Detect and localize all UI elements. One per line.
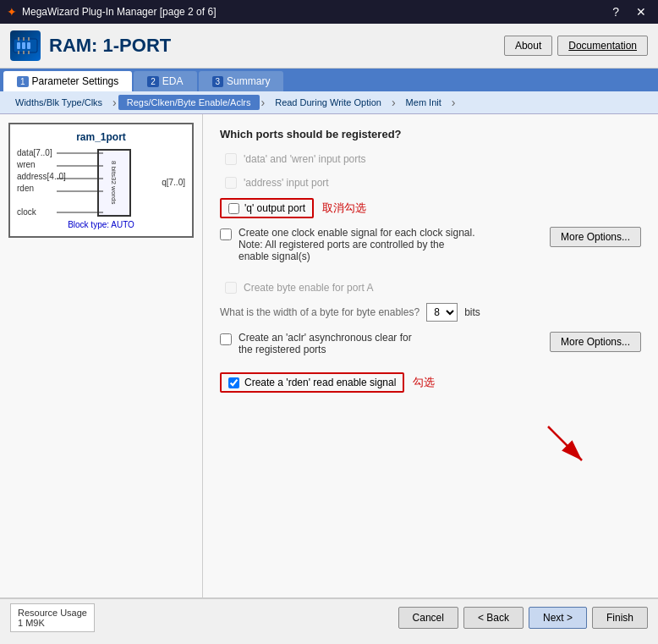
byte-width-row: What is the width of a byte for byte ena… <box>220 303 641 322</box>
annotation-cancel-text: 取消勾选 <box>322 201 366 216</box>
q-output-highlighted-box: 'q' output port <box>220 198 314 218</box>
checkbox-label-aclr: Create an 'aclr' asynchronous clear for … <box>239 332 412 355</box>
checkbox-row-aclr: Create an 'aclr' asynchronous clear for … <box>220 332 412 355</box>
diagram-center: 8 bits 32 words <box>97 149 131 217</box>
svg-rect-7 <box>18 51 19 54</box>
tab-label-1: Parameter Settings <box>32 75 119 87</box>
byte-width-select[interactable]: 8 <box>426 303 458 322</box>
port-q: q[7..0] <box>162 178 185 187</box>
checkbox-label-clk-enable: Create one clock enable signal for each … <box>239 227 475 262</box>
next-button[interactable]: Next > <box>529 607 587 629</box>
checkbox-q-output[interactable] <box>228 203 239 214</box>
nav-sep-2: › <box>260 96 267 109</box>
checkbox-data-wren[interactable] <box>225 153 237 165</box>
checkbox-label-rden: Create a 'rden' read enable signal <box>244 377 396 388</box>
bottom-bar: Resource Usage 1 M9K Cancel < Back Next … <box>0 597 658 636</box>
nav-sep-4: › <box>450 96 458 109</box>
tab-number-2: 2 <box>147 76 159 87</box>
tab-number-3: 3 <box>212 76 224 87</box>
red-arrow-icon <box>540 418 590 469</box>
tabs-bar: 1 Parameter Settings 2 EDA 3 Summary <box>0 69 658 91</box>
header-title-group: RAM: 1-PORT <box>10 30 171 61</box>
bits-label: bits <box>464 306 480 318</box>
documentation-button[interactable]: Documentation <box>557 36 648 56</box>
header-buttons: About Documentation <box>504 36 648 56</box>
diagram-body: data[7..0] wren address[4..0] rden clock <box>17 148 185 217</box>
svg-rect-3 <box>27 42 30 49</box>
checkbox-row-address: 'address' input port <box>220 174 641 191</box>
clock-enable-row: Create one clock enable signal for each … <box>220 227 641 269</box>
checkbox-aclr[interactable] <box>220 333 232 345</box>
section-title: Which ports should be registered? <box>220 128 641 140</box>
nav-widths[interactable]: Widths/Blk Type/Clks <box>7 95 111 110</box>
checkbox-row-data-wren: 'data' and 'wren' input ports <box>220 151 641 168</box>
tab-eda[interactable]: 2 EDA <box>134 71 196 91</box>
checkbox-label-address: 'address' input port <box>244 177 329 189</box>
more-options-button-1[interactable]: More Options... <box>550 227 641 247</box>
nav-regs[interactable]: Regs/Clken/Byte Enable/Aclrs <box>118 95 260 110</box>
window-title: MegaWizard Plug-In Manager [page 2 of 6] <box>22 6 216 18</box>
finish-button[interactable]: Finish <box>592 607 648 629</box>
main-content: ram_1port data[7..0] wren address[4..0] … <box>0 114 658 597</box>
arrow-annotation <box>220 418 641 469</box>
rden-highlighted-box: Create a 'rden' read enable signal <box>220 372 404 393</box>
ram-icon <box>10 30 41 61</box>
checkbox-row-byte-enable: Create byte enable for port A <box>220 279 641 296</box>
nav-mem-init[interactable]: Mem Init <box>398 95 450 110</box>
annotation-check-text: 勾选 <box>413 375 435 390</box>
page-title: RAM: 1-PORT <box>49 35 171 57</box>
resource-usage-line2: 1 M9K <box>18 618 87 628</box>
nav-read-during-write[interactable]: Read During Write Option <box>266 95 390 110</box>
svg-line-16 <box>548 427 582 460</box>
aclr-text-block: Create an 'aclr' asynchronous clear for … <box>220 332 412 362</box>
bottom-buttons: Cancel < Back Next > Finish <box>398 607 648 629</box>
checkbox-rden[interactable] <box>228 377 239 388</box>
app-icon: ✦ <box>7 5 17 19</box>
title-bar: ✦ MegaWizard Plug-In Manager [page 2 of … <box>0 0 658 24</box>
close-button[interactable]: ✕ <box>631 3 651 20</box>
aclr-row: Create an 'aclr' asynchronous clear for … <box>220 332 641 362</box>
right-panel: Which ports should be registered? 'data'… <box>203 114 658 597</box>
checkbox-label-byte-enable: Create byte enable for port A <box>244 282 373 294</box>
tab-label-2: EDA <box>162 75 184 87</box>
checkbox-row-clk-enable: Create one clock enable signal for each … <box>220 227 540 262</box>
svg-rect-2 <box>22 42 25 49</box>
checkbox-label-q-output: 'q' output port <box>244 202 305 214</box>
diagram-bits: 8 bits <box>110 161 118 177</box>
svg-rect-9 <box>28 51 30 54</box>
svg-rect-8 <box>23 51 25 54</box>
svg-rect-5 <box>23 37 25 41</box>
nav-sep-1: › <box>111 96 118 109</box>
more-options-button-2[interactable]: More Options... <box>550 332 641 352</box>
byte-width-label: What is the width of a byte for byte ena… <box>220 306 419 318</box>
svg-rect-1 <box>17 42 20 49</box>
svg-rect-6 <box>28 37 30 41</box>
tab-label-3: Summary <box>227 75 270 87</box>
tab-parameter-settings[interactable]: 1 Parameter Settings <box>3 71 132 91</box>
checkbox-byte-enable[interactable] <box>225 282 237 294</box>
resource-usage-line1: Resource Usage <box>18 608 87 618</box>
left-panel: ram_1port data[7..0] wren address[4..0] … <box>0 114 203 597</box>
block-type-label: Block type: AUTO <box>17 220 185 229</box>
checkbox-address[interactable] <box>225 177 237 189</box>
about-button[interactable]: About <box>504 36 552 56</box>
checkbox-label-data-wren: 'data' and 'wren' input ports <box>244 153 366 165</box>
diagram-words: 32 words <box>110 177 118 204</box>
back-button[interactable]: < Back <box>463 607 524 629</box>
diagram-title: ram_1port <box>17 131 185 143</box>
help-button[interactable]: ? <box>607 3 624 20</box>
nav-bar: Widths/Blk Type/Clks › Regs/Clken/Byte E… <box>0 91 658 114</box>
diagram-box: ram_1port data[7..0] wren address[4..0] … <box>8 123 194 238</box>
nav-sep-3: › <box>390 96 398 109</box>
cancel-button[interactable]: Cancel <box>398 607 458 629</box>
header: RAM: 1-PORT About Documentation <box>0 24 658 69</box>
svg-rect-4 <box>18 37 19 41</box>
tab-number-1: 1 <box>17 76 29 87</box>
clock-enable-text-block: Create one clock enable signal for each … <box>220 227 540 269</box>
diagram-right-ports: q[7..0] <box>162 178 185 187</box>
checkbox-clk-enable[interactable] <box>220 228 232 240</box>
tab-summary[interactable]: 3 Summary <box>199 71 284 91</box>
resource-usage: Resource Usage 1 M9K <box>10 603 95 632</box>
